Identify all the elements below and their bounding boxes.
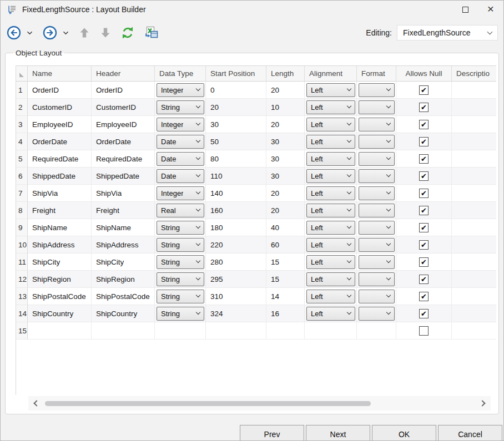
ok-button[interactable]: OK [372, 425, 436, 441]
forward-button[interactable] [41, 24, 59, 42]
format-select[interactable] [359, 204, 395, 217]
row-number[interactable]: 1 [16, 82, 28, 99]
cell-header[interactable] [92, 322, 155, 339]
alignment-select[interactable]: Left [306, 118, 355, 131]
allows-null-checkbox[interactable]: ✔ [419, 154, 429, 164]
cell-start-position[interactable]: 80 [206, 150, 266, 168]
row-number[interactable]: 14 [16, 305, 28, 322]
cell-header[interactable]: RequiredDate [92, 150, 155, 168]
row-number[interactable]: 2 [16, 99, 28, 116]
cell-name[interactable]: ShipRegion [28, 271, 92, 288]
data-type-select[interactable]: String [157, 221, 204, 235]
format-select[interactable] [359, 255, 395, 269]
cell-description[interactable] [452, 271, 496, 288]
data-type-select[interactable]: String [157, 255, 204, 269]
format-select[interactable] [359, 152, 395, 166]
cell-name[interactable]: RequiredDate [28, 150, 92, 168]
data-type-select[interactable]: String [157, 307, 204, 321]
format-select[interactable] [359, 83, 395, 97]
cell-header[interactable]: EmployeeID [92, 116, 155, 133]
cell-header[interactable]: ShippedDate [92, 168, 155, 185]
back-dropdown-button[interactable] [25, 29, 34, 37]
cell-description[interactable] [452, 150, 496, 168]
cell-description[interactable] [452, 168, 496, 185]
cell-start-position[interactable]: 20 [206, 99, 266, 116]
scroll-right-button[interactable] [477, 401, 487, 405]
cell-header[interactable]: ShipCountry [92, 305, 155, 322]
alignment-select[interactable]: Left [306, 100, 355, 114]
cell-header[interactable]: ShipName [92, 219, 155, 236]
cell-length[interactable]: 40 [266, 219, 305, 236]
cell-length[interactable]: 30 [266, 168, 305, 185]
move-down-button[interactable] [98, 25, 113, 40]
cell-length[interactable]: 15 [266, 271, 305, 288]
cell-description[interactable] [452, 185, 496, 202]
cell-name[interactable]: ShipAddress [28, 236, 92, 254]
cell-start-position[interactable]: 220 [206, 236, 266, 254]
cell-name[interactable]: ShipCountry [28, 305, 92, 322]
cell-start-position[interactable]: 280 [206, 254, 266, 271]
export-excel-button[interactable] [143, 24, 160, 41]
row-number[interactable]: 12 [16, 271, 28, 288]
alignment-select[interactable]: Left [306, 152, 355, 166]
cancel-button[interactable]: Cancel [438, 425, 502, 441]
alignment-select[interactable]: Left [306, 272, 355, 286]
move-up-button[interactable] [77, 25, 92, 40]
cell-description[interactable] [452, 254, 496, 271]
select-all-corner[interactable] [16, 66, 28, 82]
row-number[interactable]: 13 [16, 288, 28, 305]
cell-length[interactable]: 30 [266, 150, 305, 168]
cell-name[interactable]: ShipName [28, 219, 92, 236]
forward-dropdown-button[interactable] [61, 29, 70, 37]
format-select[interactable] [359, 135, 395, 149]
data-type-select[interactable]: String [157, 238, 204, 252]
allows-null-checkbox[interactable]: ✔ [419, 120, 429, 129]
cell-name[interactable]: ShipCity [28, 254, 92, 271]
cell-length[interactable]: 20 [266, 185, 305, 202]
cell-length[interactable]: 30 [266, 133, 305, 150]
data-type-select[interactable]: Date [157, 135, 204, 149]
row-number[interactable]: 11 [16, 254, 28, 271]
cell-header[interactable]: ShipRegion [92, 271, 155, 288]
cell-start-position[interactable]: 310 [206, 288, 266, 305]
format-select[interactable] [359, 118, 395, 131]
row-number[interactable]: 5 [16, 150, 28, 168]
cell-name[interactable]: ShipVia [28, 185, 92, 202]
cell-length[interactable]: 60 [266, 236, 305, 254]
cell-length[interactable]: 20 [266, 116, 305, 133]
alignment-select[interactable]: Left [306, 83, 355, 97]
maximize-button[interactable] [452, 1, 478, 18]
cell-start-position[interactable]: 0 [206, 82, 266, 99]
column-header-allows-null[interactable]: Allows Null [396, 66, 452, 82]
cell-length[interactable]: 14 [266, 288, 305, 305]
cell-start-position[interactable]: 160 [206, 202, 266, 219]
cell-description[interactable] [452, 236, 496, 254]
cell-header[interactable]: Freight [92, 202, 155, 219]
format-select[interactable] [359, 290, 395, 303]
editing-select[interactable]: FixedLengthSource [397, 25, 498, 40]
cell-start-position[interactable]: 324 [206, 305, 266, 322]
column-header-alignment[interactable]: Alignment [305, 66, 357, 82]
cell-name[interactable]: OrderDate [28, 133, 92, 150]
column-header-format[interactable]: Format [357, 66, 396, 82]
cell-start-position[interactable]: 30 [206, 116, 266, 133]
scrollbar-track[interactable] [45, 401, 474, 406]
row-number[interactable]: 8 [16, 202, 28, 219]
cell-description[interactable] [452, 99, 496, 116]
format-select[interactable] [359, 100, 395, 114]
cell-name[interactable]: CustomerID [28, 99, 92, 116]
cell-header[interactable]: ShipCity [92, 254, 155, 271]
data-type-select[interactable]: Integer [157, 83, 204, 97]
row-number[interactable]: 9 [16, 219, 28, 236]
data-type-select[interactable]: Integer [157, 118, 204, 131]
cell-length[interactable]: 16 [266, 305, 305, 322]
cell-start-position[interactable]: 140 [206, 185, 266, 202]
allows-null-checkbox[interactable]: ✔ [419, 171, 429, 181]
alignment-select[interactable]: Left [306, 238, 355, 252]
cell-header[interactable]: ShipAddress [92, 236, 155, 254]
allows-null-checkbox[interactable]: ✔ [419, 309, 429, 318]
allows-null-checkbox[interactable]: ✔ [419, 275, 429, 284]
data-type-select[interactable]: String [157, 290, 204, 303]
allows-null-checkbox[interactable]: ✔ [419, 85, 429, 95]
back-button[interactable] [5, 24, 23, 42]
